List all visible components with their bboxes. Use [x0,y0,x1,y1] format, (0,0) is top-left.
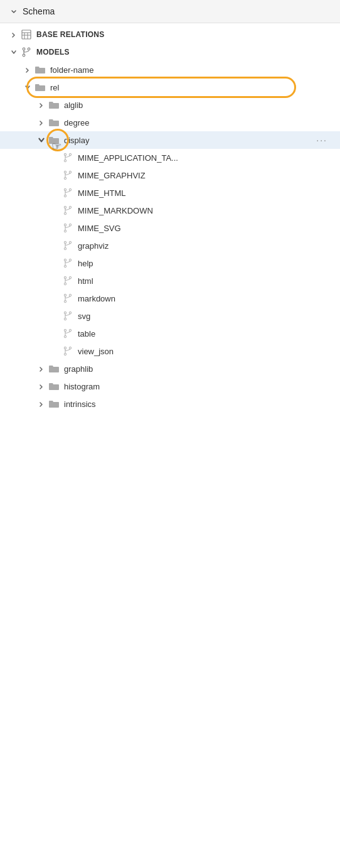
folder-name-row: folder-name [0,61,340,79]
base-relations-row: BASE RELATIONS [0,26,340,43]
alglib-toggle[interactable] [36,100,46,110]
display-item[interactable]: display ··· [0,131,340,149]
svg-point-25 [64,224,66,225]
rel-label: rel [50,83,59,92]
intrinsics-toggle[interactable] [36,399,46,409]
graphlib-item[interactable]: graphlib [0,360,340,377]
svg-model-icon [61,310,74,322]
schema-header[interactable]: Schema [0,0,340,23]
mime-html-label: MIME_HTML [78,188,126,198]
view-json-item[interactable]: view_json [0,342,340,360]
folder-name-toggle[interactable] [23,65,33,75]
svg-point-15 [69,171,71,173]
intrinsics-folder-icon [48,398,60,410]
graphviz-item[interactable]: graphviz [0,237,340,254]
svg-point-42 [64,300,66,302]
display-context-menu-btn[interactable]: ··· [316,135,327,145]
svg-point-9 [64,153,66,155]
intrinsics-item[interactable]: intrinsics [0,395,340,413]
histogram-folder-icon [48,380,60,393]
schema-title: Schema [23,6,55,16]
mime-graphviz-row: MIME_GRAPHVIZ [0,166,340,184]
help-row: help [0,254,340,272]
degree-toggle[interactable] [36,117,46,127]
markdown-label: markdown [78,294,115,303]
graphlib-toggle[interactable] [36,364,46,374]
help-item[interactable]: help [0,254,340,272]
rel-item[interactable]: rel [0,79,340,96]
mime-svg-item[interactable]: MIME_SVG [0,219,340,237]
markdown-item[interactable]: markdown [0,290,340,307]
models-toggle[interactable] [9,47,19,57]
svg-point-29 [64,241,66,243]
mime-html-model-icon [61,187,74,199]
graphviz-model-icon [61,239,74,252]
mime-markdown-row: MIME_MARKDOWN [0,202,340,219]
svg-point-46 [64,318,66,320]
table-item[interactable]: table [0,325,340,342]
svg-item[interactable]: svg [0,307,340,325]
mime-markdown-model-icon [61,204,74,217]
degree-item[interactable]: degree [0,114,340,131]
intrinsics-row: intrinsics [0,395,340,413]
markdown-row: markdown [0,290,340,307]
svg-point-13 [64,171,66,173]
mime-graphviz-label: MIME_GRAPHVIZ [78,171,146,180]
folder-name-item[interactable]: folder-name [0,61,340,79]
view-json-label: view_json [78,347,114,356]
svg-point-14 [64,177,66,179]
models-branch-icon [20,46,33,58]
rel-row: rel [0,79,340,96]
folder-name-folder-icon [34,63,46,76]
mime-html-item[interactable]: MIME_HTML [0,184,340,202]
rel-folder-icon [34,81,46,94]
svg-point-18 [64,195,66,197]
html-row: html [0,272,340,290]
rel-toggle[interactable] [23,82,33,92]
alglib-row: alglib [0,96,340,114]
svg-point-34 [64,265,66,267]
models-item[interactable]: MODELS [0,43,340,61]
svg-point-54 [64,353,66,355]
svg-point-47 [69,312,71,313]
svg-row: svg [0,307,340,325]
base-relations-toggle[interactable] [9,30,19,40]
base-relations-label: BASE RELATIONS [36,30,104,39]
mime-svg-label: MIME_SVG [78,224,121,233]
alglib-item[interactable]: alglib [0,96,340,114]
display-row: display ··· ☞ [0,131,340,149]
display-toggle[interactable] [36,135,46,145]
mime-svg-model-icon [61,222,74,234]
svg-point-51 [69,329,71,331]
svg-point-49 [64,329,66,331]
table-label: table [78,329,95,339]
svg-point-31 [69,241,71,243]
mime-graphviz-item[interactable]: MIME_GRAPHVIZ [0,166,340,184]
svg-point-23 [69,206,71,208]
svg-point-27 [69,224,71,225]
mime-application-model-icon [61,151,74,164]
view-json-model-icon [61,345,74,357]
display-label: display [64,136,89,145]
base-relations-item[interactable]: BASE RELATIONS [0,26,340,43]
histogram-label: histogram [64,382,100,391]
svg-point-10 [64,160,66,161]
svg-point-22 [64,212,66,214]
folder-name-label: folder-name [50,65,93,75]
histogram-item[interactable]: histogram [0,377,340,395]
degree-row: degree [0,114,340,131]
svg-point-21 [64,206,66,208]
mime-application-item[interactable]: MIME_APPLICATION_TA... [0,149,340,166]
mime-svg-row: MIME_SVG [0,219,340,237]
histogram-toggle[interactable] [36,381,46,391]
help-label: help [78,259,93,268]
schema-chevron-icon[interactable] [9,6,19,16]
models-row: MODELS [0,43,340,61]
mime-html-row: MIME_HTML [0,184,340,202]
html-item[interactable]: html [0,272,340,290]
svg-point-5 [23,48,25,50]
mime-markdown-item[interactable]: MIME_MARKDOWN [0,202,340,219]
svg-point-38 [64,283,66,285]
table-row: table [0,325,340,342]
svg-point-6 [23,54,25,57]
